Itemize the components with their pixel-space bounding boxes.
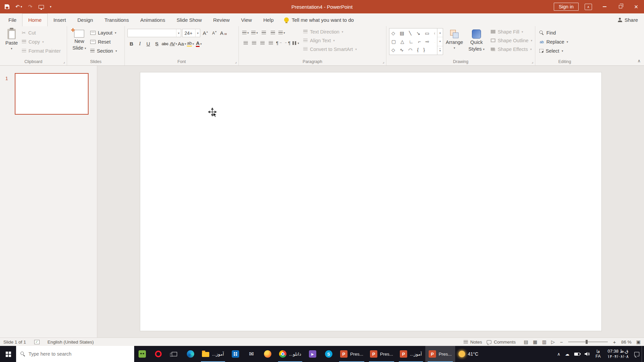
align-left-button[interactable] [241,39,250,47]
align-right-button[interactable] [258,39,266,47]
columns-button[interactable]: ▾ [292,39,300,47]
chrome-window-button[interactable]: دانلو... [276,346,305,362]
tab-animations[interactable]: Animations [135,13,171,26]
powerpoint-window-button-2[interactable]: P Pres... [367,346,396,362]
slide-thumbnail[interactable] [15,73,89,115]
bold-button[interactable]: B [127,40,136,48]
italic-button[interactable]: I [136,40,144,48]
select-button[interactable]: Select▾ [539,47,568,54]
cloud-tray-icon[interactable]: ☁ [563,346,572,362]
tab-file[interactable]: File [3,13,22,26]
tab-slide-show[interactable]: Slide Show [171,13,207,26]
reset-button[interactable]: Reset [90,38,117,45]
powerpoint-window-button-1[interactable]: P Pres... [337,346,367,362]
strikethrough-button[interactable]: abc [161,40,169,48]
tell-me-box[interactable]: Tell me what you want to do [279,13,359,26]
justify-button[interactable] [267,39,275,47]
start-button[interactable] [0,346,16,362]
quick-styles-button[interactable]: Quick Styles▾ [466,28,487,53]
mail-button[interactable]: ✉ [244,346,260,362]
tab-transitions[interactable]: Transitions [99,13,135,26]
restore-button[interactable] [612,0,628,13]
volume-icon[interactable] [582,346,592,362]
tab-insert[interactable]: Insert [48,13,72,26]
underline-button[interactable]: U [144,40,152,48]
section-button[interactable]: Section▾ [90,47,117,54]
zoom-in-button[interactable]: + [612,339,616,345]
language-indicator[interactable]: English (United States) [48,340,94,345]
normal-view-button[interactable]: ▤ [524,339,528,345]
new-slide-button[interactable]: New Slide▾ [70,28,89,52]
zoom-out-button[interactable]: − [559,339,564,345]
shape-fill-button[interactable]: Shape Fill▾ [491,28,532,35]
battery-icon[interactable] [572,346,582,362]
slide-indicator[interactable]: Slide 1 of 1 [3,340,26,345]
copy-button[interactable]: Copy▾ [22,38,61,45]
microsoft-store-button[interactable] [227,346,244,362]
find-button[interactable]: Find [539,29,568,36]
text-direction-button[interactable]: Text Direction▾ [303,28,357,35]
slide-show-button[interactable]: ▷ [551,339,555,345]
text-shadow-button[interactable]: S [153,40,161,48]
tab-view[interactable]: View [235,13,258,26]
paste-button[interactable]: Paste ▾ [3,28,20,51]
firefox-button[interactable] [260,346,276,362]
notes-button[interactable]: Notes [464,340,482,345]
font-color-button[interactable]: A▾ [195,40,203,48]
layout-button[interactable]: Layout▾ [90,29,117,36]
change-case-button[interactable]: Aa▾ [178,40,186,48]
zoom-slider[interactable] [568,342,608,342]
clock[interactable]: 07:38 ق.ظ ۱۴۰۴/۰۶/۰۸ [604,346,632,362]
minimize-button[interactable] [597,0,612,13]
drawing-dialog-launcher[interactable]: ⌟ [532,60,533,64]
spell-check-button[interactable]: ✓ [34,340,40,344]
ltr-text-direction-button[interactable]: ¶→ [275,39,283,47]
tab-help[interactable]: Help [258,13,279,26]
ribbon-display-options-button[interactable]: ∧ [585,4,592,10]
powerpoint-window-button-4[interactable]: P Pres... [425,346,455,362]
numbering-button[interactable]: ▾ [251,29,259,37]
save-button[interactable] [5,4,9,9]
rtl-text-direction-button[interactable]: ←¶ [283,39,291,47]
clipboard-dialog-launcher[interactable]: ⌟ [63,60,65,64]
close-button[interactable]: × [628,0,644,13]
reading-view-button[interactable]: ▥ [542,339,546,345]
text-highlight-button[interactable]: ab▾ [186,40,195,48]
shrink-font-button[interactable]: A▾ [210,29,218,37]
shapes-gallery[interactable]: ◇ ▤ ╲ ↘ ▭ ○ ▢ △ ∟ ⌐ ⇨ ⇩ ◇ ∿ ◠ { } ▴ ▾ ▾ [389,28,443,55]
redo-button[interactable]: ↷ [28,4,33,10]
increase-indent-button[interactable] [269,29,277,37]
bullets-button[interactable]: ▾ [241,29,250,37]
zoom-level[interactable]: 86 % [621,340,632,345]
language-switcher[interactable]: فا FA [592,346,604,362]
line-spacing-button[interactable]: ▾ [278,29,286,37]
tab-home[interactable]: Home [22,13,48,26]
tab-design[interactable]: Design [72,13,99,26]
shape-effects-button[interactable]: Shape Effects▾ [491,46,532,53]
taskbar-search[interactable] [16,346,134,362]
comments-button[interactable]: Comments [487,340,516,345]
font-name-combo[interactable]: ▾ [127,29,181,37]
font-dialog-launcher[interactable]: ⌟ [235,60,237,64]
media-app-button[interactable]: ▶ [305,346,321,362]
search-input[interactable] [29,351,130,357]
share-button[interactable]: Share [612,13,644,26]
decrease-indent-button[interactable] [260,29,268,37]
powerpoint-window-button-3[interactable]: P آموز... [396,346,425,362]
cut-button[interactable]: ✂Cut [22,29,61,36]
gallery-scroll-up-button[interactable]: ▴ [437,28,443,37]
character-spacing-button[interactable]: AV▾ [169,40,177,48]
fit-to-window-button[interactable]: ▣ [636,339,641,345]
undo-button[interactable]: ↶▾ [15,4,22,10]
shape-outline-button[interactable]: Shape Outline▾ [491,37,532,44]
format-painter-button[interactable]: Format Painter [22,47,61,54]
sign-in-button[interactable]: Sign in [554,3,579,11]
start-from-beginning-button[interactable] [39,5,44,9]
gallery-scroll-down-button[interactable]: ▾ [437,37,443,46]
slide-sorter-view-button[interactable]: ▦ [533,339,537,345]
gallery-more-button[interactable]: ▾ [437,46,443,55]
align-text-button[interactable]: Align Text▾ [303,37,357,44]
replace-button[interactable]: abReplace▾ [539,38,568,45]
task-view-button[interactable] [166,346,182,362]
edge-button[interactable] [182,346,199,362]
